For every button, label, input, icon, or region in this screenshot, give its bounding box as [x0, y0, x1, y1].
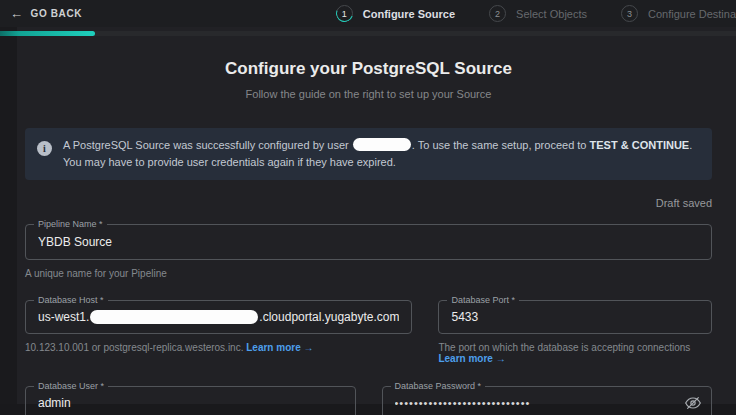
database-password-label: Database Password *: [391, 381, 486, 391]
banner-text: A PostgreSQL Source was successfully con…: [63, 137, 698, 171]
step-configure-source[interactable]: 1 Configure Source: [336, 5, 455, 22]
step-3-circle: 3: [621, 5, 638, 22]
top-bar: ← GO BACK 1 Configure Source 2 Select Ob…: [0, 0, 736, 27]
banner-highlight: TEST & CONTINUE: [590, 139, 690, 151]
redacted-host-segment: [90, 310, 258, 324]
info-icon: i: [37, 141, 52, 156]
port-helper-text: The port on which the database is accept…: [438, 342, 690, 353]
back-arrow-icon: ←: [10, 6, 24, 21]
database-host-value: us-west1..cloudportal.yugabyte.com: [38, 310, 399, 324]
database-host-label: Database Host *: [34, 295, 108, 305]
database-port-label: Database Port *: [447, 295, 519, 305]
database-port-helper: The port on which the database is accept…: [438, 342, 712, 364]
host-learn-more-link[interactable]: Learn more →: [246, 342, 313, 353]
content-area: Configure your PostgreSQL Source Follow …: [17, 36, 736, 415]
step-configure-destination[interactable]: 3 Configure Destination: [621, 5, 736, 22]
left-edge-strip: [0, 27, 17, 415]
wizard-stepper: 1 Configure Source 2 Select Objects 3 Co…: [336, 0, 736, 27]
redacted-username: [353, 138, 411, 151]
step-2-circle: 2: [489, 5, 506, 22]
database-user-input[interactable]: Database User * admin: [25, 386, 356, 415]
pipeline-name-value: YBDB Source: [38, 235, 699, 249]
pipeline-name-label: Pipeline Name *: [34, 219, 107, 229]
database-host-helper: 10.123.10.001 or postgresql-replica.west…: [25, 342, 412, 353]
page-title: Configure your PostgreSQL Source: [25, 59, 712, 79]
go-back-button[interactable]: ← GO BACK: [10, 6, 82, 21]
step-2-label: Select Objects: [516, 8, 587, 20]
database-port-group: Database Port * 5433 The port on which t…: [438, 300, 712, 364]
info-banner: i A PostgreSQL Source was successfully c…: [25, 128, 712, 180]
host-value-prefix: us-west1.: [38, 310, 89, 324]
step-3-label: Configure Destination: [648, 8, 736, 20]
page-subtitle: Follow the guide on the right to set up …: [25, 88, 712, 100]
host-value-suffix: .cloudportal.yugabyte.com: [259, 310, 399, 324]
go-back-label: GO BACK: [31, 8, 82, 19]
banner-text-part1: A PostgreSQL Source was successfully con…: [63, 139, 352, 151]
database-password-value: ••••••••••••••••••••••••••••: [395, 397, 700, 409]
database-host-input[interactable]: Database Host * us-west1..cloudportal.yu…: [25, 300, 412, 334]
database-port-value: 5433: [451, 310, 699, 324]
step-select-objects[interactable]: 2 Select Objects: [489, 5, 587, 22]
pipeline-name-helper: A unique name for your Pipeline: [25, 268, 712, 279]
step-1-label: Configure Source: [363, 8, 455, 20]
port-learn-more-link[interactable]: Learn more →: [438, 353, 505, 364]
pipeline-name-input[interactable]: Pipeline Name * YBDB Source: [25, 224, 712, 260]
database-password-input[interactable]: Database Password * ••••••••••••••••••••…: [382, 386, 713, 415]
database-port-input[interactable]: Database Port * 5433: [438, 300, 712, 334]
page-body: Configure your PostgreSQL Source Follow …: [0, 27, 736, 415]
toggle-password-visibility-button[interactable]: [684, 394, 702, 412]
eye-off-icon: [685, 395, 701, 411]
banner-text-part2: . To use the same setup, proceed to: [412, 139, 590, 151]
database-host-group: Database Host * us-west1..cloudportal.yu…: [25, 300, 412, 364]
database-user-value: admin: [38, 396, 343, 410]
database-user-label: Database User *: [34, 381, 108, 391]
configure-source-screen: ← GO BACK 1 Configure Source 2 Select Ob…: [0, 0, 736, 415]
host-helper-text: 10.123.10.001 or postgresql-replica.west…: [25, 342, 246, 353]
step-1-circle: 1: [336, 5, 353, 22]
draft-saved-status: Draft saved: [25, 197, 712, 209]
